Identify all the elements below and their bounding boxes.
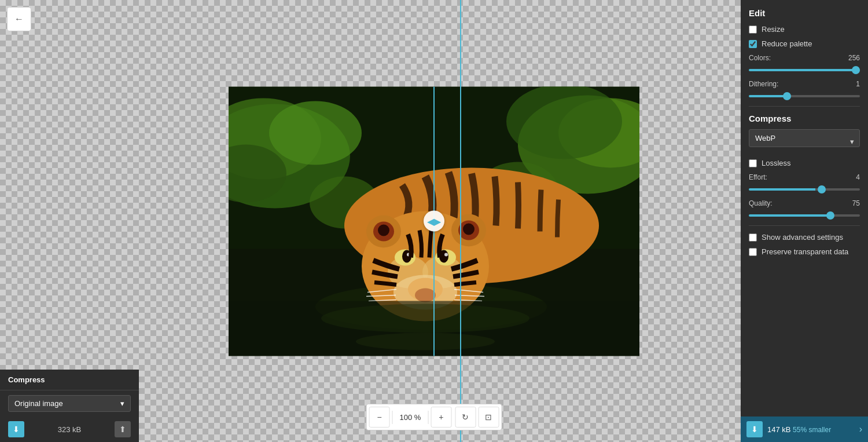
svg-point-25: [444, 253, 448, 256]
colors-slider[interactable]: [749, 69, 860, 71]
fit-button[interactable]: ⊡: [478, 407, 499, 428]
upload-button[interactable]: ⬆: [115, 421, 131, 437]
download-bar: ⬇ 147 kB 55% smaller ›: [741, 417, 868, 442]
advanced-settings-label[interactable]: Show advanced settings: [762, 233, 843, 242]
dithering-label: Dithering:: [749, 80, 778, 88]
download-file-size: 147 kB: [767, 425, 790, 434]
compress-dropdown[interactable]: Original image ▾: [8, 395, 131, 412]
split-handle-icon: ◀▶: [427, 215, 441, 227]
reduce-palette-checkbox[interactable]: [749, 40, 757, 48]
download-icon: ⬇: [13, 425, 20, 434]
quality-label: Quality:: [749, 199, 773, 207]
rotate-icon: ↻: [462, 412, 469, 422]
lossless-label[interactable]: Lossless: [762, 159, 791, 167]
download-bar-button[interactable]: ⬇: [746, 421, 763, 437]
svg-point-19: [415, 288, 436, 302]
divider-2: [749, 225, 860, 226]
compress-panel-title: Compress: [0, 370, 139, 390]
dithering-row: Dithering: 1: [749, 80, 860, 99]
preserve-transparent-checkbox[interactable]: [749, 248, 757, 256]
zoom-in-button[interactable]: +: [431, 407, 451, 428]
zoom-display: 100 %: [392, 411, 429, 424]
dithering-value: 1: [856, 80, 860, 88]
svg-point-8: [506, 86, 622, 159]
colors-label-row: Colors: 256: [749, 54, 860, 62]
compress-footer: ⬇ 323 kB ⬆: [0, 417, 139, 442]
edit-section-title: Edit: [749, 8, 860, 18]
preserve-transparent-row: Preserve transparent data: [749, 247, 860, 256]
compress-dropdown-arrow: ▾: [120, 399, 124, 408]
reduce-palette-row: Reduce palette: [749, 39, 860, 48]
lossless-row: Lossless: [749, 159, 860, 167]
right-panel: Edit Resize Reduce palette Colors: 256 D…: [741, 0, 868, 442]
effort-label-row: Effort: 4: [749, 173, 860, 181]
download-bar-icon: ⬇: [751, 425, 758, 434]
zoom-toolbar: − 100 % + ↻ ⊡: [366, 404, 502, 430]
svg-point-38: [463, 223, 475, 235]
download-bar-arrow[interactable]: ›: [859, 424, 862, 434]
advanced-settings-row: Show advanced settings: [749, 233, 860, 242]
fit-icon: ⊡: [485, 412, 492, 422]
file-size: 323 kB: [58, 425, 81, 434]
quality-slider[interactable]: [749, 214, 860, 217]
download-size-reduction: 55% smaller: [793, 426, 831, 434]
quality-row: Quality: 75: [749, 199, 860, 218]
file-size-value: 323 kB: [58, 425, 81, 434]
resize-checkbox[interactable]: [749, 25, 757, 34]
svg-point-39: [321, 304, 529, 333]
zoom-out-icon: −: [377, 412, 381, 422]
download-button[interactable]: ⬇: [8, 421, 24, 437]
colors-row: Colors: 256: [749, 54, 860, 73]
back-button[interactable]: ←: [7, 7, 31, 31]
effort-label: Effort:: [749, 173, 767, 181]
svg-point-40: [356, 333, 495, 350]
compress-panel: Compress Original image ▾ ⬇ 323 kB ⬆: [0, 370, 139, 442]
format-select[interactable]: WebP PNG JPEG GIF: [749, 129, 860, 147]
compress-panel-body: Original image ▾: [0, 390, 139, 417]
compress-dropdown-label: Original image: [14, 399, 63, 408]
upload-icon: ⬆: [119, 425, 126, 434]
compress-section-title: Compress: [749, 114, 860, 123]
colors-label: Colors:: [749, 54, 771, 62]
format-select-wrapper: WebP PNG JPEG GIF: [749, 129, 860, 153]
dithering-slider[interactable]: [749, 95, 860, 97]
back-icon: ←: [14, 14, 24, 24]
canvas-area: ←: [0, 0, 868, 442]
effort-value: 4: [856, 173, 860, 181]
rotate-button[interactable]: ↻: [455, 407, 476, 428]
preserve-transparent-label[interactable]: Preserve transparent data: [762, 247, 848, 256]
lossless-checkbox[interactable]: [749, 159, 757, 167]
reduce-palette-label[interactable]: Reduce palette: [762, 39, 812, 48]
colors-value: 256: [848, 54, 860, 62]
effort-row: Effort: 4: [749, 173, 860, 192]
divider-1: [749, 106, 860, 107]
download-bar-text: 147 kB 55% smaller: [767, 425, 831, 434]
resize-label[interactable]: Resize: [762, 25, 785, 34]
zoom-out-button[interactable]: −: [369, 407, 390, 428]
split-line-full: [460, 0, 461, 442]
effort-slider[interactable]: [749, 188, 860, 191]
svg-point-35: [378, 224, 389, 236]
resize-row: Resize: [749, 25, 860, 34]
quality-label-row: Quality: 75: [749, 199, 860, 207]
image-container: ◀▶: [229, 86, 639, 356]
svg-point-4: [269, 101, 362, 165]
split-handle[interactable]: ◀▶: [424, 211, 444, 232]
dithering-label-row: Dithering: 1: [749, 80, 860, 88]
tiger-photo: ◀▶: [229, 86, 639, 356]
advanced-settings-checkbox[interactable]: [749, 233, 757, 242]
quality-value: 75: [852, 199, 860, 207]
zoom-in-icon: +: [439, 412, 443, 422]
